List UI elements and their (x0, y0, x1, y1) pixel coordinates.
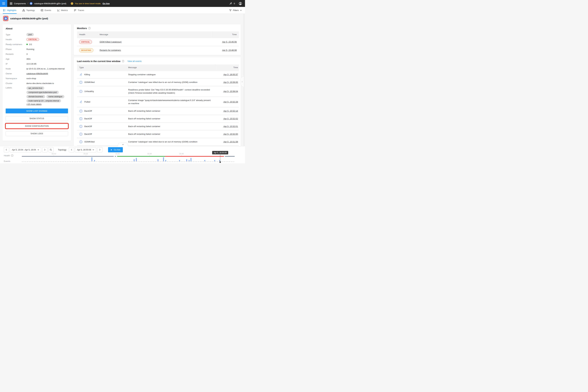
expand-side-panel-button[interactable] (240, 76, 244, 87)
ready-dot (26, 44, 28, 45)
event-time-link[interactable]: Apr 5, 15:52:14 (224, 110, 238, 112)
app-root: Components / catalogue-69b58cb649-gjl5v … (0, 0, 245, 163)
event-time-link[interactable]: Apr 5, 15:52:00 (224, 132, 238, 136)
timeline-track[interactable]: 15:1315:2215:3115:4015:49Apr 5, 16:00:09 (22, 146, 235, 163)
timeline-tick-label: 15:31 (115, 153, 120, 155)
event-type-label: BackOff (84, 125, 92, 128)
events-table-body: KillingStopping container catalogueApr 5… (77, 70, 239, 153)
hamburger-menu-button[interactable] (0, 0, 7, 7)
breadcrumb: Components / catalogue-69b58cb649-gjl5v … (10, 2, 66, 5)
svg-text:?: ? (89, 27, 90, 29)
collapse-timeline-button[interactable] (118, 143, 128, 146)
show-logs-button[interactable]: SHOW LOGS (6, 131, 68, 136)
label-pill: component-type:kubernetes-pod (26, 91, 59, 94)
page-header: catalogue-69b58cb649-gjl5v (pod) (3, 16, 48, 21)
help-icon[interactable]: ? (88, 27, 90, 29)
field-label: Phase (6, 48, 26, 50)
events-column-type: Type (77, 64, 128, 70)
view-all-events-link[interactable]: View all events (128, 60, 142, 62)
pod-avatar-icon (3, 16, 8, 21)
help-icon[interactable]: ? (122, 60, 124, 62)
monitors-table-header: HealthMessageTime (77, 32, 239, 38)
event-type-label: BackOff (84, 117, 92, 120)
more-labels-link[interactable]: +15 more labels (26, 103, 42, 106)
timeline-tick-label: 15:49 (179, 153, 184, 155)
tab-label: Topology (26, 9, 35, 12)
main-content: catalogue-69b58cb649-gjl5v (pod) About T… (0, 14, 245, 163)
event-time-cell: Apr 5, 15:52:28 (215, 99, 239, 105)
tab-topology[interactable]: Topology (22, 7, 35, 14)
monitor-message-link[interactable]: OOM Killed (catalogue) (100, 40, 122, 44)
tab-traces[interactable]: Traces (74, 7, 84, 14)
ready-value: 1/1 (29, 43, 32, 46)
event-message-cell: Back-off restarting failed container (128, 116, 215, 122)
event-message-cell: Back-off restarting failed container (128, 131, 215, 138)
show-last-change-button[interactable]: SHOW LAST CHANGE (6, 108, 68, 114)
alert-icon (79, 125, 82, 128)
tab-metrics[interactable]: Metrics (57, 7, 68, 14)
about-row-type: Typepod (6, 33, 68, 36)
events-title: Last events in the current time window (77, 60, 120, 62)
tab-highlights[interactable]: Highlights (3, 7, 16, 14)
pin-count: 0 (234, 2, 235, 5)
pin-icon[interactable] (229, 2, 232, 5)
event-time-link[interactable]: Apr 5, 15:59:00 (224, 81, 238, 84)
time-marker-dot[interactable] (220, 162, 221, 163)
breadcrumb-entity[interactable]: catalogue-69b58cb649-gjl5v (pod) (34, 2, 66, 5)
components-grid-icon (10, 2, 12, 5)
topology-icon (22, 9, 25, 12)
event-time-link[interactable]: Apr 5, 15:52:28 (224, 100, 238, 104)
show-configuration-button[interactable]: SHOW CONFIGURATION (6, 124, 68, 128)
events-table-header: TypeMessageTime (77, 64, 239, 70)
alert-icon (79, 140, 82, 144)
monitor-time-link[interactable]: Apr 5, 15:46:06 (222, 49, 237, 52)
event-bar (94, 160, 95, 161)
owner-link[interactable]: catalogue-69b58cb649 (26, 72, 48, 75)
health-segment-unknown (115, 156, 116, 157)
label-pill: domain:business (26, 95, 45, 98)
show-status-button[interactable]: SHOW STATUS (6, 116, 68, 121)
monitor-time-link[interactable]: Apr 5, 15:45:06 (222, 40, 237, 44)
filters-button[interactable]: Filters (229, 9, 242, 12)
event-time-link[interactable]: Apr 5, 15:51:59 (224, 140, 238, 144)
event-bar (179, 160, 180, 161)
events-table: TypeMessageTime KillingStopping containe… (77, 64, 239, 153)
about-rows: TypepodHealthCRITICALReady containers1/1… (6, 33, 68, 85)
event-type-label: BackOff (84, 132, 92, 136)
monitors-column-time: Time (212, 33, 239, 36)
page-title: catalogue-69b58cb649-gjl5v (pod) (10, 17, 48, 20)
time-travel-warning-text: You are in time travel mode. (75, 2, 101, 5)
field-value: Running (26, 48, 34, 50)
timeline-panel: Apr 5, 15:04 - Apr 5, 16:04 Topology Apr… (0, 146, 245, 163)
field-label: Labels (6, 86, 26, 89)
event-time-link[interactable]: Apr 5, 15:56:04 (224, 90, 238, 93)
help-icon[interactable]: ? (11, 154, 13, 157)
previous-range-button[interactable] (4, 147, 9, 152)
field-label: Node (6, 68, 26, 70)
monitor-message-link[interactable]: Restarts for containers (100, 49, 121, 52)
about-row-labels: Labels api_service:truecomponent-type:ku… (6, 86, 68, 106)
event-type-cell: Killing (77, 71, 128, 78)
right-panel-strip (244, 14, 245, 163)
about-row-age: Age30m (6, 57, 68, 60)
event-time-cell: Apr 5, 16:00:37 (215, 71, 239, 78)
tab-label: Metrics (61, 9, 68, 12)
event-time-link[interactable]: Apr 5, 16:00:37 (224, 73, 238, 76)
go-live-link[interactable]: Go live (102, 2, 110, 5)
event-type-label: BackOff (84, 110, 92, 112)
event-message-cell: Container 'catalogue' was killed due to … (128, 138, 215, 145)
event-row: BackOffBack-off restarting failed contai… (77, 122, 239, 130)
tab-events[interactable]: Events (41, 7, 51, 14)
alert-icon (79, 109, 82, 113)
field-value: 10.0.30.95 (26, 63, 36, 65)
field-label: Owner (6, 72, 26, 75)
user-avatar[interactable] (238, 2, 242, 5)
breadcrumb-components[interactable]: Components (14, 2, 26, 5)
monitor-time-cell: Apr 5, 15:46:06 (212, 47, 239, 54)
event-type-cell: BackOff (77, 131, 128, 138)
event-time-link[interactable]: Apr 5, 15:52:02 (224, 117, 238, 120)
filter-funnel-icon (229, 9, 232, 12)
events-track-label: Events (4, 160, 10, 162)
event-time-link[interactable]: Apr 5, 15:52:01 (224, 125, 238, 128)
monitor-row: DEVIATINGRestarts for containersApr 5, 1… (77, 46, 239, 54)
